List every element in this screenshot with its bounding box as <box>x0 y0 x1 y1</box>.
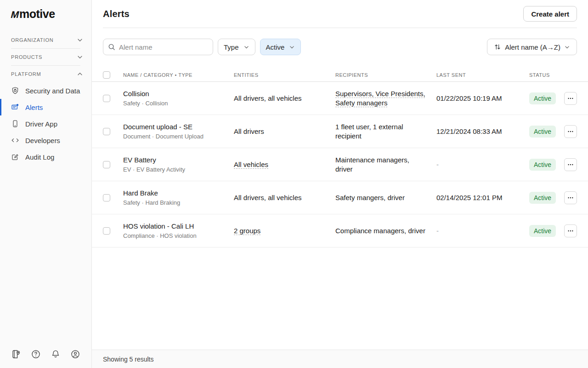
row-checkbox[interactable] <box>103 194 110 201</box>
notifications-bell-icon[interactable] <box>51 349 61 359</box>
ellipsis-icon <box>567 95 574 102</box>
alert-name: Hard Brake <box>123 189 226 198</box>
sort-dropdown[interactable]: Alert name (A→Z) <box>487 39 577 55</box>
motive-logo[interactable]: Mmotive <box>0 0 91 32</box>
column-header-status: STATUS <box>529 72 564 78</box>
chevron-down-icon <box>289 44 295 50</box>
section-label: PLATFORM <box>11 71 41 77</box>
logo-m-glyph: M <box>10 9 20 20</box>
alert-search-box[interactable] <box>103 39 213 55</box>
last-sent-value: 12/21/2024 08:33 AM <box>436 127 502 135</box>
row-menu-button[interactable] <box>564 224 577 237</box>
sidebar-item-security-and-data[interactable]: Security and Data <box>0 82 91 99</box>
page-header: Alerts Create alert <box>92 0 588 28</box>
alert-name: Document upload - SE <box>123 122 226 132</box>
row-menu-button[interactable] <box>564 158 577 171</box>
status-badge: Active <box>529 192 556 204</box>
alert-name: EV Battery <box>123 155 226 165</box>
recipients-value: Compliance managers, driver <box>335 227 425 235</box>
ellipsis-icon <box>567 228 574 234</box>
chevron-down-icon <box>243 44 249 50</box>
row-checkbox[interactable] <box>103 161 110 168</box>
table-row[interactable]: Hard Brake Safety · Hard Braking All dri… <box>92 181 588 214</box>
recipients-value[interactable]: Supervisors, Vice Presidents, Safety man… <box>335 90 425 107</box>
alert-name: Collision <box>123 89 226 98</box>
row-checkbox[interactable] <box>103 227 110 235</box>
sidebar: Mmotive ORGANIZATION PRODUCTS PLATFORM <box>0 0 92 368</box>
alert-category-type: Safety · Collision <box>123 99 226 108</box>
recipients-value: Safety mangers, driver <box>335 194 405 201</box>
logo-text: motive <box>19 7 55 21</box>
alerts-table: NAME / CATEGORY • TYPE ENTITIES RECIPIEN… <box>92 68 588 247</box>
sidebar-section-organization[interactable]: ORGANIZATION <box>0 32 91 48</box>
sidebar-section-platform[interactable]: PLATFORM <box>0 66 91 82</box>
sidebar-item-alerts[interactable]: Alerts <box>0 99 91 115</box>
last-sent-value: 02/14/2025 12:01 PM <box>436 194 502 201</box>
table-row[interactable]: Document upload - SE Document · Document… <box>92 115 588 148</box>
search-icon <box>108 43 115 51</box>
row-menu-button[interactable] <box>564 92 577 105</box>
status-badge: Active <box>529 225 556 237</box>
filter-bar: Type Active Alert name (A→Z) <box>103 39 577 55</box>
row-menu-button[interactable] <box>564 191 577 204</box>
row-checkbox[interactable] <box>103 128 110 135</box>
page-title: Alerts <box>103 9 130 19</box>
guide-book-icon[interactable] <box>11 349 21 359</box>
sidebar-item-label: Developers <box>25 137 60 144</box>
column-header-entities: ENTITIES <box>234 72 335 78</box>
last-sent-value: 01/22/2025 10:19 AM <box>436 94 502 102</box>
type-filter-label: Type <box>224 43 239 51</box>
create-alert-button[interactable]: Create alert <box>523 6 577 22</box>
help-icon[interactable] <box>31 349 41 359</box>
table-row[interactable]: HOS violation - Cali LH Compliance · HOS… <box>92 214 588 247</box>
row-checkbox[interactable] <box>103 95 110 102</box>
type-filter-dropdown[interactable]: Type <box>218 39 255 55</box>
alert-name: HOS violation - Cali LH <box>123 222 226 231</box>
alert-category-type: EV · EV Battery Activity <box>123 166 226 174</box>
alert-category-type: Safety · Hard Braking <box>123 199 226 207</box>
results-count-text: Showing 5 results <box>103 356 154 363</box>
entities-value[interactable]: 2 groups <box>234 227 260 235</box>
ellipsis-icon <box>567 128 574 135</box>
section-label: PRODUCTS <box>11 54 42 60</box>
column-header-recipients: RECIPIENTS <box>335 72 436 78</box>
alert-name-search-input[interactable] <box>119 43 208 51</box>
select-all-checkbox[interactable] <box>103 71 110 79</box>
status-filter-dropdown[interactable]: Active <box>260 39 301 55</box>
ellipsis-icon <box>567 195 574 201</box>
recipients-value: 1 fleet user, 1 external recipient <box>335 123 403 140</box>
document-pencil-icon <box>11 153 19 161</box>
section-label: ORGANIZATION <box>11 37 54 43</box>
main-content: Alerts Create alert Type Active <box>92 0 588 368</box>
status-badge: Active <box>529 159 556 171</box>
alerts-icon <box>11 103 19 111</box>
shield-lock-icon <box>11 86 19 95</box>
results-footer: Showing 5 results <box>92 350 588 368</box>
sort-arrows-icon <box>494 43 501 51</box>
entities-value[interactable]: All vehicles <box>234 161 268 168</box>
last-sent-value: - <box>436 161 439 168</box>
last-sent-value: - <box>436 227 439 235</box>
sort-label: Alert name (A→Z) <box>505 43 560 51</box>
row-menu-button[interactable] <box>564 125 577 138</box>
entities-value: All drivers <box>234 127 264 135</box>
chevron-up-icon <box>77 71 83 77</box>
alert-category-type: Compliance · HOS violation <box>123 232 226 240</box>
sidebar-item-label: Security and Data <box>25 87 80 95</box>
sidebar-item-audit-log[interactable]: Audit Log <box>0 149 91 165</box>
entities-value: All drivers, all vehicles <box>234 94 302 102</box>
chevron-down-icon <box>77 54 83 60</box>
table-row[interactable]: EV Battery EV · EV Battery Activity All … <box>92 148 588 181</box>
status-filter-label: Active <box>266 43 285 51</box>
account-icon[interactable] <box>70 349 80 359</box>
table-row[interactable]: Collision Safety · Collision All drivers… <box>92 82 588 115</box>
recipients-value: Maintenance managers, driver <box>335 156 409 173</box>
sidebar-item-developers[interactable]: Developers <box>0 132 91 149</box>
column-header-last-sent: LAST SENT <box>436 72 529 78</box>
sidebar-section-products[interactable]: PRODUCTS <box>0 49 91 65</box>
sidebar-item-driver-app[interactable]: Driver App <box>0 115 91 132</box>
entities-value: All drivers, all vehicles <box>234 194 302 201</box>
column-header-name: NAME / CATEGORY • TYPE <box>123 72 234 78</box>
sidebar-item-label: Audit Log <box>25 153 54 161</box>
alert-category-type: Document · Document Upload <box>123 132 226 141</box>
